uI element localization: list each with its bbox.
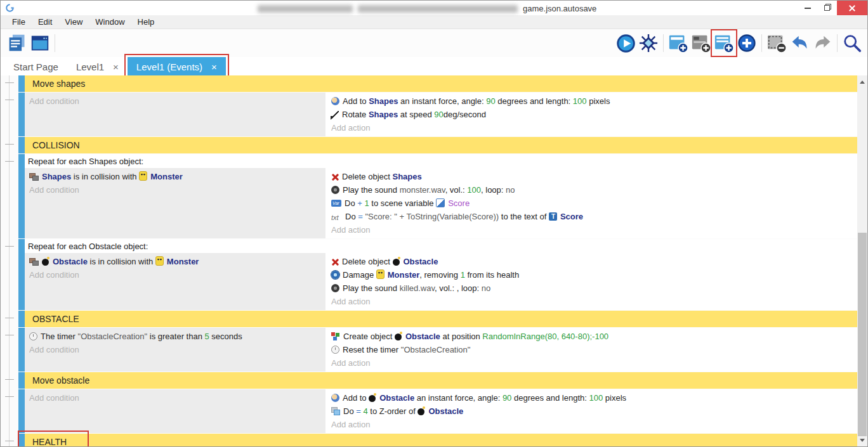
add-action-button[interactable]: Add action <box>327 121 857 134</box>
tab-start-page[interactable]: Start Page <box>4 57 67 76</box>
project-manager-icon[interactable] <box>6 31 29 55</box>
add-new-event-icon[interactable] <box>735 31 758 55</box>
text-segment: is in collision with <box>88 257 155 266</box>
add-condition-button[interactable]: Add condition <box>25 183 326 197</box>
menu-item-edit[interactable]: Edit <box>32 15 58 29</box>
group-header[interactable]: COLLISION <box>25 137 857 153</box>
minimize-icon[interactable] <box>798 1 817 15</box>
text-segment: 4 <box>363 406 367 416</box>
close-icon[interactable] <box>837 1 867 15</box>
vertical-scrollbar[interactable] <box>857 75 867 446</box>
conditions-column: The timer "ObstacleCreation" is greater … <box>25 328 326 372</box>
text-segment: 100 <box>467 185 481 195</box>
scene-editor-icon[interactable] <box>29 31 51 55</box>
obstacle-icon <box>393 257 400 266</box>
event-handle-bar[interactable] <box>18 434 25 446</box>
event-handle-bar[interactable] <box>18 328 25 372</box>
add-condition-button[interactable]: Add condition <box>25 391 326 405</box>
text-segment: an instant force, angle: <box>414 393 503 403</box>
actions-column: Create object Obstacle at position Rando… <box>327 328 857 372</box>
tab-level1-events-[interactable]: Level1 (Events)× <box>128 57 226 76</box>
group-header[interactable]: HEALTH <box>25 434 857 446</box>
condition-line[interactable]: Obstacle is in collision with Monster <box>25 255 326 268</box>
condition-line[interactable]: The timer "ObstacleCreation" is greater … <box>25 330 326 343</box>
text-segment: Shapes <box>393 172 422 181</box>
event-handle-bar[interactable] <box>18 154 25 238</box>
search-icon[interactable] <box>841 31 864 55</box>
action-line[interactable]: Rotate Shapes at speed 90deg/second <box>327 108 857 121</box>
action-line[interactable]: Reset the timer "ObstacleCreation" <box>327 343 857 356</box>
menu-item-window[interactable]: Window <box>89 15 131 29</box>
group-header[interactable]: Move obstacle <box>25 372 857 389</box>
txt-icon <box>331 213 342 221</box>
add-condition-button[interactable]: Add condition <box>25 343 326 356</box>
add-event-icon[interactable] <box>667 31 690 55</box>
event-handle-bar[interactable] <box>18 137 25 153</box>
action-line[interactable]: Add to Obstacle an instant force, angle:… <box>327 391 857 405</box>
event-body: Add conditionAdd to Obstacle an instant … <box>25 389 857 433</box>
event-handle-bar[interactable] <box>18 311 25 327</box>
tab-close-icon[interactable]: × <box>211 62 217 72</box>
menu-item-help[interactable]: Help <box>131 15 161 29</box>
event-columns: Add conditionAdd to Obstacle an instant … <box>25 389 857 433</box>
text-segment: seconds <box>209 332 242 341</box>
debug-icon[interactable] <box>637 31 660 55</box>
scroll-up-icon[interactable] <box>857 77 867 87</box>
event-columns: Add conditionAdd to Shapes an instant fo… <box>25 93 857 136</box>
group-label: HEALTH <box>25 434 857 446</box>
event-handle-bar[interactable] <box>18 372 25 389</box>
tab-label: Level1 (Events) <box>136 62 202 72</box>
text-segment: , vol.: <box>445 185 468 195</box>
action-line[interactable]: Damage Monster, removing 1 from its heal… <box>327 268 857 282</box>
menu-item-file[interactable]: File <box>6 15 32 29</box>
action-line[interactable]: Do = "Score: " + ToString(Variable(Score… <box>327 210 857 223</box>
add-subevent-icon[interactable] <box>713 31 735 55</box>
text-segment: 1 <box>461 270 465 280</box>
text-segment: killed.wav <box>400 283 435 293</box>
restore-icon[interactable] <box>817 1 837 15</box>
action-line[interactable]: Play the sound killed.wav, vol.: , loop:… <box>327 282 857 295</box>
action-line[interactable]: Create object Obstacle at position Rando… <box>327 330 857 343</box>
event-handle-bar[interactable] <box>18 239 25 310</box>
add-action-button[interactable]: Add action <box>327 418 857 431</box>
group-header[interactable]: Move shapes <box>25 75 857 92</box>
text-segment: Add action <box>331 123 370 133</box>
add-comment-icon[interactable] <box>690 31 713 55</box>
undo-icon[interactable] <box>788 31 811 55</box>
add-condition-button[interactable]: Add condition <box>25 94 326 108</box>
event-handle-bar[interactable] <box>18 75 25 92</box>
add-action-button[interactable]: Add action <box>327 223 857 236</box>
redo-icon[interactable] <box>811 31 834 55</box>
event-handle-bar[interactable] <box>18 93 25 136</box>
text-segment: , loop: <box>481 185 506 195</box>
tab-level1[interactable]: Level1× <box>67 57 128 76</box>
tab-close-icon[interactable]: × <box>113 62 119 72</box>
event-handle-bar[interactable] <box>18 389 25 433</box>
blurred-title-segment <box>258 5 353 13</box>
add-action-button[interactable]: Add action <box>327 356 857 370</box>
action-line[interactable]: Delete object Shapes <box>327 170 857 183</box>
force-icon <box>331 394 339 402</box>
add-action-button[interactable]: Add action <box>327 295 857 308</box>
menu-item-view[interactable]: View <box>58 15 89 29</box>
scrollbar-thumb[interactable] <box>858 233 867 436</box>
play-icon[interactable] <box>614 31 637 55</box>
action-line[interactable]: Delete object Obstacle <box>327 255 857 268</box>
scroll-down-icon[interactable] <box>857 435 867 445</box>
text-segment: Damage <box>343 270 376 280</box>
gdevelop-logo-icon <box>5 3 15 13</box>
action-line[interactable]: Do + 1 to scene variable Score <box>327 197 857 210</box>
foreach-label[interactable]: Repeat for each Shapes object: <box>25 154 857 168</box>
action-line[interactable]: Play the sound monster.wav, vol.: 100, l… <box>327 183 857 197</box>
text-segment: an instant force, angle: <box>398 96 486 106</box>
add-condition-button[interactable]: Add condition <box>25 268 326 282</box>
text-segment: from its health <box>465 270 519 280</box>
action-line[interactable]: Add to Shapes an instant force, angle: 9… <box>327 94 857 108</box>
remove-event-icon[interactable] <box>765 31 788 55</box>
condition-line[interactable]: Shapes is in collision with Monster <box>25 170 326 183</box>
events-list: Move shapesAdd conditionAdd to Shapes an… <box>18 75 857 446</box>
group-header[interactable]: OBSTACLE <box>25 311 857 327</box>
foreach-label[interactable]: Repeat for each Obstacle object: <box>25 239 857 253</box>
action-line[interactable]: Do = 4 to Z-order of Obstacle <box>327 405 857 418</box>
actions-column: Delete object ObstacleDamage Monster, re… <box>327 253 857 310</box>
